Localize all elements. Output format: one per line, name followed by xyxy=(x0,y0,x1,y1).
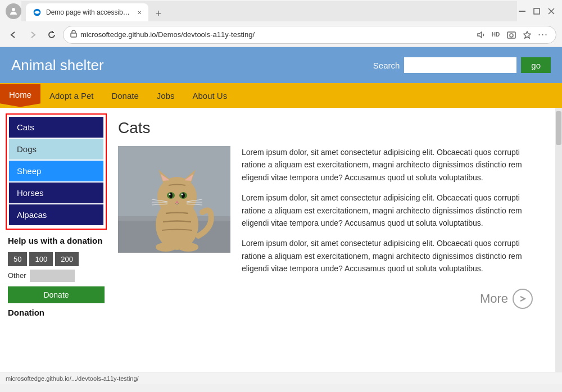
site-header: Animal shelter Search go xyxy=(0,47,562,83)
tab-title: Demo page with accessibility iss xyxy=(46,8,130,16)
minimize-button[interactable] xyxy=(517,6,527,16)
svg-point-33 xyxy=(178,243,198,252)
donation-title: Help us with a donation xyxy=(8,235,105,247)
svg-rect-6 xyxy=(71,33,76,37)
back-button[interactable] xyxy=(6,27,21,43)
url-text: microsoftedge.github.io/Demos/devtools-a… xyxy=(80,30,470,39)
content-title: Cats xyxy=(118,119,544,137)
sidebar-cats[interactable]: Cats xyxy=(9,117,103,138)
cat-image xyxy=(118,146,230,253)
paragraph-3: Lorem ipsum dolor, sit amet consectetur … xyxy=(242,237,544,275)
nav-home[interactable]: Home xyxy=(0,84,40,107)
more-section: More xyxy=(118,283,544,314)
tab-close-button[interactable]: ✕ xyxy=(137,10,142,16)
nav-donate[interactable]: Donate xyxy=(102,85,147,106)
new-tab-button[interactable]: + xyxy=(151,6,166,21)
hd-icon[interactable]: HD xyxy=(490,29,502,41)
svg-point-22 xyxy=(182,193,185,198)
svg-point-14 xyxy=(157,177,197,216)
status-bar: microsoftedge.github.io/.../devtools-a11… xyxy=(0,372,562,384)
other-amount-input[interactable] xyxy=(30,270,75,282)
restore-button[interactable] xyxy=(532,6,542,16)
svg-point-24 xyxy=(182,194,183,195)
screenshot-icon[interactable] xyxy=(505,29,518,41)
more-options-icon[interactable]: ··· xyxy=(537,29,549,41)
sidebar-dogs[interactable]: Dogs xyxy=(9,139,103,159)
status-text: microsoftedge.github.io/.../devtools-a11… xyxy=(6,375,139,382)
favorites-icon[interactable] xyxy=(521,29,533,41)
content-paragraphs: Lorem ipsum dolor, sit amet consectetur … xyxy=(242,146,544,283)
scroll-thumb[interactable] xyxy=(556,111,561,145)
paragraph-2: Lorem ipsum dolor, sit amet consectetur … xyxy=(242,192,544,229)
more-text: More xyxy=(480,291,508,306)
nav-adopt[interactable]: Adopt a Pet xyxy=(40,85,102,106)
more-button[interactable] xyxy=(513,289,533,309)
sidebar-sheep[interactable]: Sheep xyxy=(9,161,103,181)
nav-about[interactable]: About Us xyxy=(183,85,236,106)
other-label: Other xyxy=(8,271,26,280)
search-input[interactable] xyxy=(404,57,516,73)
amount-200[interactable]: 200 xyxy=(55,252,79,266)
donate-button[interactable]: Donate xyxy=(8,286,105,303)
svg-point-23 xyxy=(169,194,171,195)
svg-rect-3 xyxy=(534,8,540,14)
scrollbar[interactable] xyxy=(555,108,562,372)
address-bar[interactable]: microsoftedge.github.io/Demos/devtools-a… xyxy=(63,26,556,44)
search-label: Search xyxy=(373,61,400,70)
svg-point-8 xyxy=(510,34,513,37)
nav-jobs[interactable]: Jobs xyxy=(148,85,184,106)
main-content: Cats xyxy=(107,108,555,372)
svg-rect-2 xyxy=(519,11,525,12)
other-amount-wrap: Other xyxy=(8,270,105,282)
active-tab[interactable]: Demo page with accessibility iss ✕ xyxy=(26,3,148,21)
donation-section: Help us with a donation 50 100 200 Other… xyxy=(6,235,107,317)
go-button[interactable]: go xyxy=(521,57,551,73)
donation-footer: Donation xyxy=(8,308,105,317)
close-button[interactable] xyxy=(546,6,556,16)
tab-favicon xyxy=(33,8,42,17)
site-title: Animal shelter xyxy=(11,57,373,74)
nav-bar: Home Adopt a Pet Donate Jobs About Us xyxy=(0,83,562,108)
svg-point-21 xyxy=(169,193,173,198)
sidebar-alpacas[interactable]: Alpacas xyxy=(9,204,103,225)
profile-icon[interactable] xyxy=(6,3,21,19)
lock-icon xyxy=(70,30,77,39)
sidebar: Cats Dogs Sheep Horses Alpacas xyxy=(6,113,107,230)
forward-button[interactable] xyxy=(25,27,40,43)
svg-point-0 xyxy=(12,8,15,11)
svg-marker-9 xyxy=(524,31,531,38)
amount-50[interactable]: 50 xyxy=(8,252,27,266)
paragraph-1: Lorem ipsum dolor, sit amet consectetur … xyxy=(242,146,544,184)
sidebar-horses[interactable]: Horses xyxy=(9,183,103,203)
amount-100[interactable]: 100 xyxy=(29,252,53,266)
svg-point-32 xyxy=(156,243,176,252)
read-aloud-icon[interactable] xyxy=(474,29,486,41)
donation-amounts: 50 100 200 xyxy=(8,252,105,266)
refresh-button[interactable] xyxy=(44,27,60,43)
